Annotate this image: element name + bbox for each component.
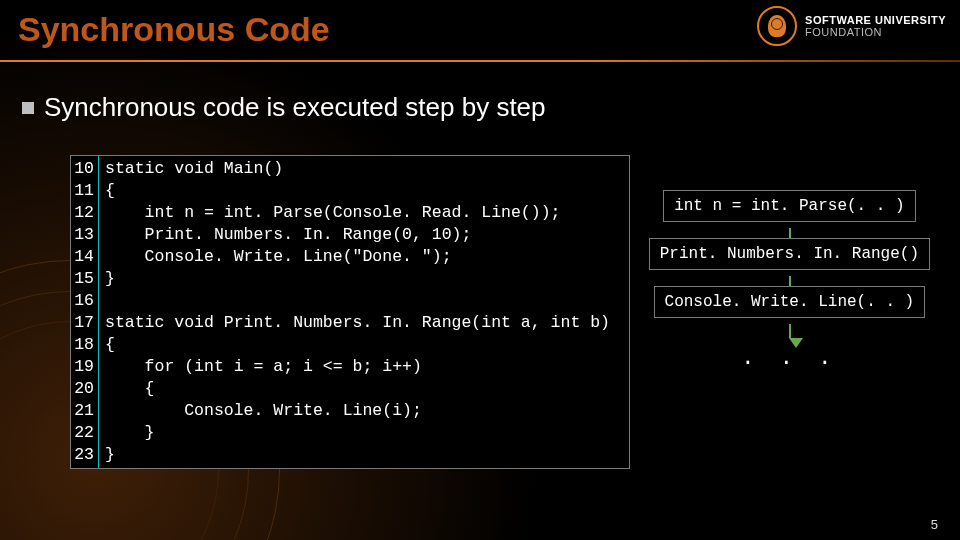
logo-line1: SOFTWARE UNIVERSITY bbox=[805, 14, 946, 26]
slide: Synchronous Code SOFTWARE UNIVERSITY FOU… bbox=[0, 0, 960, 540]
code-block: 10 11 12 13 14 15 16 17 18 19 20 21 22 2… bbox=[70, 155, 630, 469]
flow-step-3: Console. Write. Line(. . ) bbox=[654, 286, 926, 318]
code-gutter: 10 11 12 13 14 15 16 17 18 19 20 21 22 2… bbox=[71, 156, 99, 468]
flow-diagram: int n = int. Parse(. . ) Print. Numbers.… bbox=[649, 190, 930, 371]
slide-title: Synchronous Code bbox=[18, 10, 330, 49]
page-number: 5 bbox=[931, 517, 938, 532]
logo: SOFTWARE UNIVERSITY FOUNDATION bbox=[757, 6, 946, 46]
flow-step-1: int n = int. Parse(. . ) bbox=[663, 190, 915, 222]
bullet-text: Synchronous code is executed step by ste… bbox=[44, 92, 546, 123]
bullet-marker-icon bbox=[22, 102, 34, 114]
flow-ellipsis: . . . bbox=[741, 346, 837, 371]
bullet: Synchronous code is executed step by ste… bbox=[22, 92, 546, 123]
code-body: static void Main() { int n = int. Parse(… bbox=[99, 156, 629, 468]
lightbulb-icon bbox=[757, 6, 797, 46]
logo-text: SOFTWARE UNIVERSITY FOUNDATION bbox=[805, 14, 946, 38]
title-underline bbox=[0, 60, 960, 62]
flow-step-2: Print. Numbers. In. Range() bbox=[649, 238, 930, 270]
logo-line2: FOUNDATION bbox=[805, 26, 946, 38]
